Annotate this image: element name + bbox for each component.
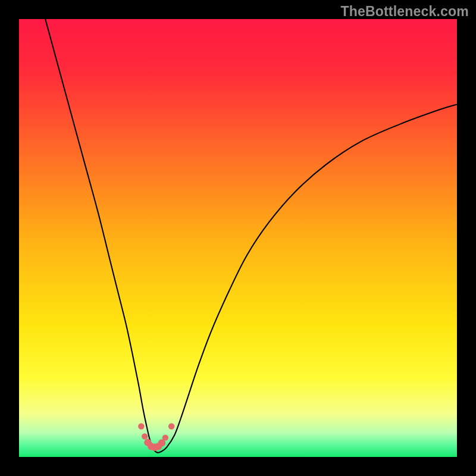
plot-area — [19, 19, 457, 457]
watermark-label: TheBottleneck.com — [340, 4, 469, 20]
trough-marker — [138, 423, 144, 429]
trough-marker — [142, 433, 148, 439]
trough-marker — [168, 423, 174, 429]
trough-markers — [138, 423, 174, 451]
chart-svg — [19, 19, 457, 457]
bottleneck-curve — [45, 19, 457, 453]
trough-marker — [162, 434, 168, 440]
outer-black-frame: TheBottleneck.com — [0, 0, 476, 476]
